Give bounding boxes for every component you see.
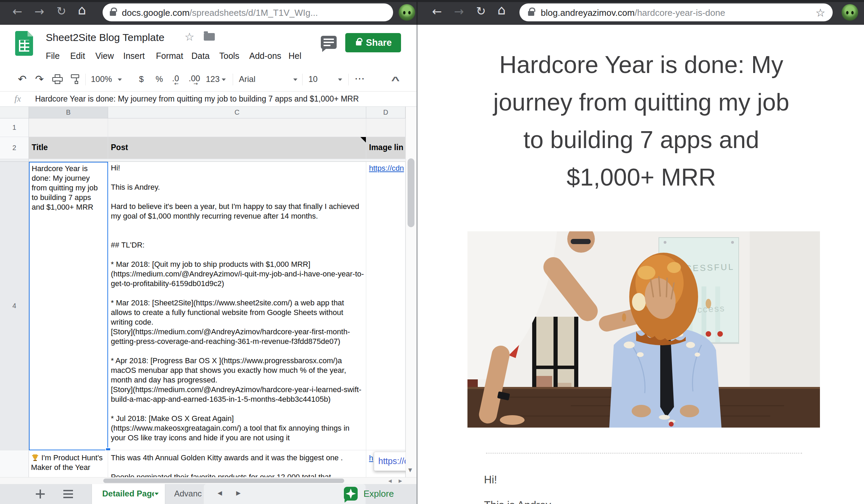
blog-page: Hardcore Year is done: My journey from q… <box>418 25 864 504</box>
cell-c2-post[interactable]: Post <box>108 137 366 159</box>
cell-d1[interactable] <box>366 118 405 137</box>
screen: ← → ↻ ⌂ docs.google.com/spreadsheets/d/1… <box>0 0 864 504</box>
print-icon[interactable] <box>52 74 63 85</box>
number-format-button[interactable]: 123 <box>206 74 230 85</box>
tab-advanced[interactable]: Advanc <box>165 484 204 504</box>
hscroll-left-icon[interactable]: ◂ <box>388 476 392 485</box>
all-sheets-menu-icon[interactable] <box>63 490 73 498</box>
folder-icon[interactable] <box>204 33 215 41</box>
menu-insert[interactable]: Insert <box>123 51 145 61</box>
menu-tools[interactable]: Tools <box>219 51 239 61</box>
tab-scroll-prev-icon[interactable]: ◂ <box>218 487 222 498</box>
cell-d2-imagelink[interactable]: Image lin <box>366 137 405 159</box>
ssl-lock-icon-body <box>110 11 116 16</box>
tab-scroll-next-icon[interactable]: ▸ <box>236 487 241 498</box>
redo-icon[interactable]: ↷ <box>35 73 44 85</box>
menu-format[interactable]: Format <box>156 51 183 61</box>
hidden-row-strip-gutter[interactable] <box>0 159 29 162</box>
cell-b2-text: Title <box>32 143 48 152</box>
font-size-value: 10 <box>308 74 318 84</box>
explore-button[interactable] <box>344 487 358 501</box>
star-doc-icon[interactable]: ☆ <box>185 30 194 43</box>
undo-icon[interactable]: ↶ <box>18 73 27 85</box>
bookmark-star-icon[interactable]: ☆ <box>815 6 825 19</box>
explore-label[interactable]: Explore <box>363 489 394 499</box>
increase-decimal-arrow-icon: → <box>193 81 198 87</box>
doc-title[interactable]: Sheet2Site Blog Template <box>46 32 183 43</box>
right-url-text[interactable]: blog.andreyazimov.com/hardcore-year-is-d… <box>541 8 802 18</box>
menu-addons[interactable]: Add-ons <box>249 51 281 61</box>
cell-b1[interactable] <box>29 118 108 137</box>
tab-options-caret-icon[interactable] <box>155 493 159 495</box>
add-sheet-icon[interactable] <box>36 490 45 498</box>
tab-advanced-label: Advanc <box>174 489 204 498</box>
cell-b2-title[interactable]: Title <box>29 137 108 159</box>
grid-corner[interactable] <box>0 107 29 118</box>
more-toolbar-button[interactable]: ⋯ <box>355 72 365 84</box>
comment-line <box>324 45 330 46</box>
left-url-bar[interactable]: docs.google.com/spreadsheets/d/1M_T1V_WI… <box>103 3 393 21</box>
col-header-d[interactable]: D <box>366 107 405 118</box>
menu-help[interactable]: Hel <box>288 51 302 61</box>
row-header-4[interactable]: 4 <box>0 162 29 450</box>
left-url-text[interactable]: docs.google.com/spreadsheets/d/1M_T1V_WI… <box>122 8 370 18</box>
reload-icon[interactable]: ↻ <box>56 6 66 16</box>
cell-c5[interactable]: This was 4th Annual Golden Kitty awards … <box>108 450 366 477</box>
number-format-caret-icon <box>222 78 226 81</box>
right-profile-avatar[interactable] <box>842 4 858 21</box>
menu-view[interactable]: View <box>95 51 114 61</box>
sheets-file-icon[interactable] <box>15 31 33 56</box>
fx-icon: fx <box>14 94 21 104</box>
row-header-5[interactable] <box>0 450 29 477</box>
share-button[interactable]: Share <box>345 33 401 52</box>
hscroll-right-icon[interactable]: ▸ <box>399 476 402 485</box>
tab-detailed-pages[interactable]: Detailed Pages <box>92 484 165 504</box>
left-profile-avatar[interactable] <box>399 4 415 21</box>
cell-b4-selected[interactable]: Hardcore Year is done: My journey from q… <box>29 162 108 450</box>
row-header-2[interactable]: 2 <box>0 137 29 159</box>
font-select[interactable]: Arial <box>239 74 299 85</box>
paint-format-icon[interactable] <box>71 74 80 85</box>
comment-history-icon[interactable] <box>321 36 337 49</box>
format-percent-button[interactable]: % <box>156 74 163 84</box>
post-divider <box>486 453 802 454</box>
menu-edit[interactable]: Edit <box>70 51 85 61</box>
avatar-eye-left <box>403 11 405 14</box>
home-icon[interactable]: ⌂ <box>78 5 86 15</box>
comment-line <box>324 39 334 40</box>
vertical-scrollbar-down-icon[interactable]: ▾ <box>408 465 412 474</box>
row-header-1[interactable]: 1 <box>0 118 29 137</box>
explore-tail <box>345 500 348 503</box>
back-icon[interactable]: ← <box>432 6 442 17</box>
col-header-c[interactable]: C <box>108 107 366 118</box>
back-icon[interactable]: ← <box>12 6 22 17</box>
col-header-b[interactable]: B <box>29 107 108 118</box>
sheets-file-icon-fold2 <box>28 31 33 36</box>
menu-file[interactable]: File <box>46 51 60 61</box>
forward-icon[interactable]: → <box>454 6 464 17</box>
zoom-select[interactable]: 100% <box>91 74 125 85</box>
explore-star-icon <box>344 487 358 501</box>
cell-d5-link[interactable]: h <box>369 454 373 463</box>
right-url-path: /hardcore-year-is-done <box>635 8 725 18</box>
horizontal-scrollbar-thumb[interactable] <box>103 479 344 483</box>
note-indicator <box>360 137 366 143</box>
cell-c4[interactable]: Hi! This is Andrey. Hard to believe it's… <box>108 162 366 450</box>
reload-icon[interactable]: ↻ <box>476 6 486 16</box>
cell-d4[interactable]: https://cdn <box>366 162 405 450</box>
cell-d4-link[interactable]: https://cdn <box>369 164 405 173</box>
home-icon[interactable]: ⌂ <box>497 5 506 15</box>
menu-data[interactable]: Data <box>191 51 210 61</box>
formula-input[interactable]: Hardcore Year is done: My journey from q… <box>35 94 407 104</box>
collapse-toolbar-button[interactable]: ^ <box>391 74 400 86</box>
cell-b5[interactable]: I'm Product Hunt's Maker of the Year <box>29 450 108 477</box>
font-size-select[interactable]: 10 <box>308 74 344 85</box>
hidden-row-strip <box>29 159 405 162</box>
share-button-label: Share <box>366 38 392 48</box>
right-url-bar[interactable]: blog.andreyazimov.com/hardcore-year-is-d… <box>519 3 833 21</box>
forward-icon[interactable]: → <box>34 6 44 17</box>
cell-c1[interactable] <box>108 118 366 137</box>
vertical-scrollbar-thumb[interactable] <box>408 158 414 227</box>
horizontal-scrollbar[interactable]: ◂ ▸ <box>0 477 417 484</box>
format-currency-button[interactable]: $ <box>139 74 144 84</box>
